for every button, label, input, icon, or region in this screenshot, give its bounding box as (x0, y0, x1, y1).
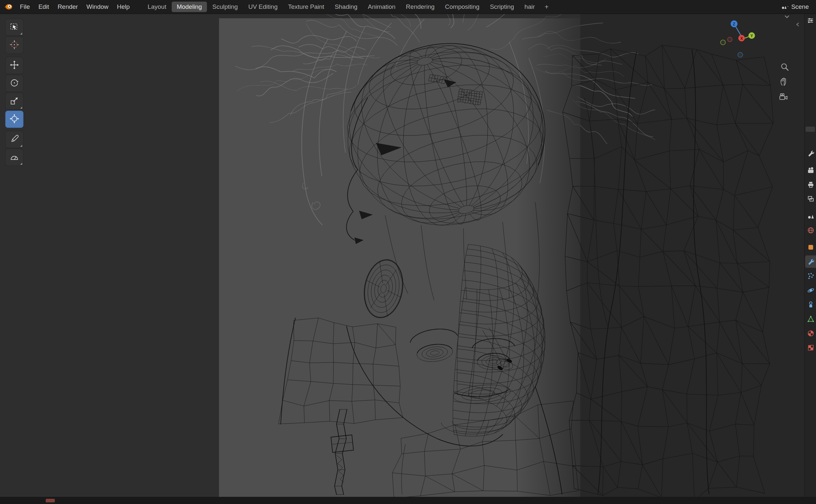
camera-view-button[interactable] (778, 92, 789, 103)
tool-annotate-button[interactable] (5, 131, 23, 148)
properties-tab-scene[interactable] (805, 210, 816, 222)
properties-scrollbar[interactable] (806, 127, 815, 132)
gizmo-neg-y-ball[interactable] (721, 40, 726, 45)
subtool-corner-icon (20, 33, 22, 35)
properties-tab-tool[interactable] (805, 147, 816, 160)
properties-tab-texture[interactable] (805, 342, 816, 354)
topbar: FileEditRenderWindowHelp LayoutModelingS… (0, 0, 816, 14)
workspace-tab-layout[interactable]: Layout (143, 2, 171, 12)
tool-icon (807, 149, 815, 157)
world-icon (807, 226, 815, 234)
tool-measure-button[interactable] (5, 149, 23, 166)
physics-icon (807, 286, 815, 294)
mesh-data-icon (807, 315, 815, 323)
scale-icon (9, 96, 19, 107)
annotate-icon (9, 134, 19, 145)
transform-icon (9, 114, 19, 125)
expand-sidebar-arrow-icon[interactable] (796, 22, 800, 27)
properties-rail (804, 14, 816, 497)
gizmo-z-label: Z (733, 22, 735, 26)
properties-tab-view-layer[interactable] (805, 193, 816, 205)
zoom-button[interactable] (779, 61, 790, 72)
tool-scale-button[interactable] (5, 93, 23, 110)
menu-render[interactable]: Render (53, 0, 82, 14)
menu-file[interactable]: File (16, 0, 34, 14)
subtool-corner-icon (20, 163, 22, 165)
properties-tab-particles[interactable] (805, 270, 816, 282)
render-icon (807, 166, 815, 174)
statusbar (0, 497, 816, 504)
pan-button[interactable] (778, 76, 790, 87)
properties-tab-modifiers[interactable] (805, 255, 816, 268)
scene-selector[interactable]: Scene (780, 3, 809, 10)
menu-help[interactable]: Help (113, 0, 134, 14)
subtool-corner-icon (20, 107, 22, 109)
workspace-tab-texture-paint[interactable]: Texture Paint (283, 2, 329, 12)
menu-edit[interactable]: Edit (34, 0, 54, 14)
scene-name: Scene (791, 3, 809, 10)
workspace-tab-shading[interactable]: Shading (330, 2, 362, 12)
properties-tab-object-data[interactable] (805, 313, 816, 325)
gizmo-neg-z-ball[interactable] (738, 53, 743, 57)
output-icon (807, 181, 815, 189)
workspace-tab-compositing[interactable]: Compositing (440, 2, 485, 12)
properties-tab-object[interactable] (805, 241, 816, 253)
workspace-tab-scripting[interactable]: Scripting (485, 2, 519, 12)
select-box-icon (9, 22, 19, 33)
rotate-icon (9, 78, 19, 89)
zoom-icon (780, 62, 790, 72)
gizmo-y-label: Y (750, 34, 753, 38)
move-icon (9, 60, 19, 71)
camera-icon (779, 92, 789, 102)
subtool-corner-icon (20, 145, 22, 147)
object-icon (807, 243, 815, 251)
workspace-tab-modeling[interactable]: Modeling (172, 2, 207, 12)
modifier-wrench-icon (807, 258, 815, 266)
properties-tab-output[interactable] (805, 178, 816, 191)
app-menus: FileEditRenderWindowHelp (16, 0, 134, 14)
material-icon (807, 329, 815, 337)
properties-tab-material[interactable] (805, 327, 816, 340)
properties-tab-physics[interactable] (805, 284, 816, 297)
blender-menu[interactable] (3, 3, 13, 11)
tool-cursor-button[interactable] (5, 37, 23, 54)
cursor-icon (9, 40, 19, 51)
properties-tab-constraints[interactable] (805, 298, 816, 311)
particles-icon (807, 272, 815, 280)
gizmo-neg-x-ball[interactable] (728, 37, 732, 42)
constraints-icon (807, 301, 815, 309)
tool-rotate-button[interactable] (5, 75, 23, 92)
scene-browse-icon (780, 3, 789, 10)
hand-icon (779, 77, 789, 87)
tool-select-box-button[interactable] (5, 19, 23, 36)
view-layer-icon (807, 195, 815, 203)
tool-move-button[interactable] (5, 57, 23, 74)
navigation-gizmo[interactable]: Z Y X (719, 17, 765, 63)
texture-icon (807, 344, 815, 352)
properties-tab-world[interactable] (805, 224, 816, 237)
3d-viewport[interactable]: Z Y X (0, 14, 804, 497)
blender-logo-icon (3, 3, 13, 11)
tool-shelf (5, 19, 24, 167)
viewport-header-chevron[interactable] (784, 15, 790, 19)
workspace-tab-animation[interactable]: Animation (363, 2, 400, 12)
workspace-tab-hair[interactable]: hair (520, 2, 540, 12)
tool-transform-button[interactable] (5, 111, 23, 128)
wireframe-render (0, 14, 804, 497)
scene-icon (807, 212, 815, 220)
menu-window[interactable]: Window (82, 0, 113, 14)
workspace-tab-uv-editing[interactable]: UV Editing (243, 2, 283, 12)
measure-icon (9, 152, 19, 163)
add-workspace-button[interactable]: + (542, 2, 552, 12)
properties-tab-render[interactable] (805, 164, 816, 176)
properties-editor-icon[interactable] (807, 17, 814, 24)
gizmo-x-label: X (740, 36, 743, 41)
workspace-tabs: LayoutModelingSculptingUV EditingTexture… (142, 0, 540, 14)
status-indicator (46, 499, 55, 502)
workspace-tab-sculpting[interactable]: Sculpting (208, 2, 243, 12)
workspace-tab-rendering[interactable]: Rendering (401, 2, 440, 12)
